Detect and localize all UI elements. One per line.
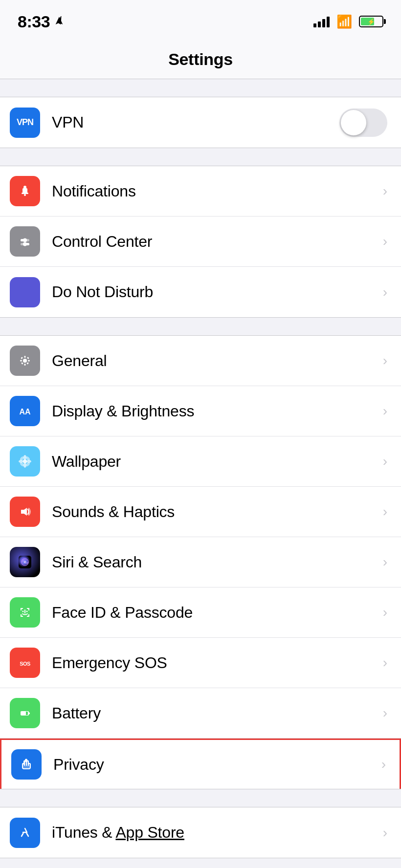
status-icons: 📶 ⚡ bbox=[313, 14, 383, 29]
settings-row-dnd[interactable]: Do Not Disturb › bbox=[0, 267, 401, 317]
svg-text:SOS: SOS bbox=[20, 661, 30, 667]
siri-label: Siri & Search bbox=[52, 553, 383, 571]
chevron-icon: › bbox=[383, 183, 387, 199]
status-bar: 8:33 📶 ⚡ bbox=[0, 0, 401, 43]
status-time: 8:33 bbox=[18, 12, 50, 31]
svg-point-5 bbox=[24, 194, 26, 196]
chevron-icon: › bbox=[383, 454, 387, 469]
siri-orb-icon bbox=[16, 553, 34, 571]
svg-text:AA: AA bbox=[19, 408, 31, 416]
svg-rect-16 bbox=[24, 356, 26, 358]
signal-bars-icon bbox=[313, 16, 330, 27]
settings-row-notifications[interactable]: Notifications › bbox=[0, 166, 401, 217]
notifications-section: Notifications › Control Center › Do Not … bbox=[0, 166, 401, 318]
app-store-icon-img bbox=[16, 824, 34, 842]
section-divider-2 bbox=[0, 318, 401, 335]
general-label: General bbox=[52, 352, 383, 370]
wifi-icon: 📶 bbox=[336, 14, 352, 29]
section-divider-3 bbox=[0, 789, 401, 807]
chevron-icon: › bbox=[383, 234, 387, 249]
location-icon bbox=[55, 16, 64, 27]
settings-row-display[interactable]: AA Display & Brightness › bbox=[0, 386, 401, 436]
privacy-icon bbox=[11, 749, 42, 780]
gear-icon bbox=[16, 352, 34, 369]
notifications-label: Notifications bbox=[52, 182, 383, 200]
section-divider-1 bbox=[0, 148, 401, 166]
settings-row-faceid[interactable]: Face ID & Passcode › bbox=[0, 587, 401, 638]
settings-row-general[interactable]: General › bbox=[0, 336, 401, 386]
settings-row-itunes[interactable]: iTunes & App Store › bbox=[0, 807, 401, 858]
itunes-section: iTunes & App Store › bbox=[0, 807, 401, 858]
battery-row-icon bbox=[10, 698, 40, 728]
settings-row-emergency[interactable]: SOS Emergency SOS › bbox=[0, 638, 401, 688]
section-divider-top bbox=[0, 79, 401, 97]
settings-row-battery[interactable]: Battery › bbox=[0, 688, 401, 738]
sounds-label: Sounds & Haptics bbox=[52, 503, 383, 521]
wallpaper-icon bbox=[10, 446, 40, 477]
settings-row-wallpaper[interactable]: Wallpaper › bbox=[0, 436, 401, 487]
svg-rect-17 bbox=[24, 364, 26, 366]
page-title: Settings bbox=[168, 50, 233, 68]
notifications-icon bbox=[10, 176, 40, 206]
settings-row-sounds[interactable]: Sounds & Haptics › bbox=[0, 487, 401, 537]
svg-rect-50 bbox=[28, 614, 29, 617]
page-title-bar: Settings bbox=[0, 43, 401, 79]
toggles-icon bbox=[16, 233, 34, 250]
vpn-section: VPN VPN bbox=[0, 97, 401, 148]
svg-rect-3 bbox=[22, 188, 27, 193]
control-center-icon bbox=[10, 226, 40, 257]
svg-rect-13 bbox=[19, 286, 31, 299]
wallpaper-label: Wallpaper bbox=[52, 453, 383, 471]
face-scan-icon bbox=[16, 604, 34, 621]
svg-point-51 bbox=[22, 611, 24, 612]
chevron-icon: › bbox=[383, 705, 387, 721]
svg-point-52 bbox=[26, 611, 28, 612]
emergency-sos-icon: SOS bbox=[10, 648, 40, 678]
display-icon: AA bbox=[10, 396, 40, 426]
svg-rect-44 bbox=[21, 608, 22, 610]
chevron-icon: › bbox=[383, 403, 387, 419]
hand-icon bbox=[18, 756, 35, 773]
settings-row-vpn[interactable]: VPN VPN bbox=[0, 97, 401, 148]
settings-row-privacy[interactable]: Privacy › bbox=[0, 738, 401, 789]
control-center-label: Control Center bbox=[52, 233, 383, 251]
chevron-icon: › bbox=[383, 825, 387, 841]
speaker-icon bbox=[16, 503, 34, 521]
dnd-label: Do Not Disturb bbox=[52, 283, 383, 301]
svg-rect-18 bbox=[20, 360, 22, 362]
faceid-label: Face ID & Passcode bbox=[52, 604, 383, 622]
svg-rect-19 bbox=[28, 360, 30, 362]
chevron-icon: › bbox=[383, 504, 387, 520]
general-group-section: General › AA Display & Brightness › bbox=[0, 335, 401, 789]
chevron-icon: › bbox=[383, 554, 387, 570]
aa-icon: AA bbox=[16, 402, 34, 420]
siri-icon bbox=[10, 547, 40, 577]
svg-point-9 bbox=[23, 239, 27, 242]
svg-rect-48 bbox=[21, 614, 22, 617]
vpn-label: VPN bbox=[52, 113, 339, 131]
do-not-disturb-icon bbox=[10, 277, 40, 307]
svg-point-27 bbox=[23, 459, 27, 463]
svg-point-15 bbox=[23, 359, 27, 363]
moon-icon bbox=[16, 283, 34, 301]
bell-icon bbox=[16, 182, 34, 200]
sos-text-icon: SOS bbox=[16, 654, 34, 672]
chevron-icon: › bbox=[383, 284, 387, 300]
emergency-sos-label: Emergency SOS bbox=[52, 654, 383, 672]
battery-label: Battery bbox=[52, 704, 383, 722]
flower-icon bbox=[16, 453, 34, 470]
settings-row-siri[interactable]: Siri & Search › bbox=[0, 537, 401, 587]
chevron-icon: › bbox=[383, 605, 387, 620]
svg-rect-59 bbox=[21, 712, 26, 715]
sounds-icon bbox=[10, 497, 40, 527]
vpn-icon: VPN bbox=[10, 108, 40, 138]
settings-row-control-center[interactable]: Control Center › bbox=[0, 217, 401, 267]
vpn-toggle[interactable] bbox=[339, 108, 387, 137]
svg-rect-4 bbox=[22, 193, 28, 194]
faceid-icon bbox=[10, 597, 40, 628]
svg-rect-46 bbox=[28, 608, 29, 610]
privacy-label: Privacy bbox=[53, 756, 381, 774]
itunes-label: iTunes & App Store bbox=[52, 824, 383, 842]
display-label: Display & Brightness bbox=[52, 402, 383, 420]
svg-rect-60 bbox=[29, 713, 30, 715]
